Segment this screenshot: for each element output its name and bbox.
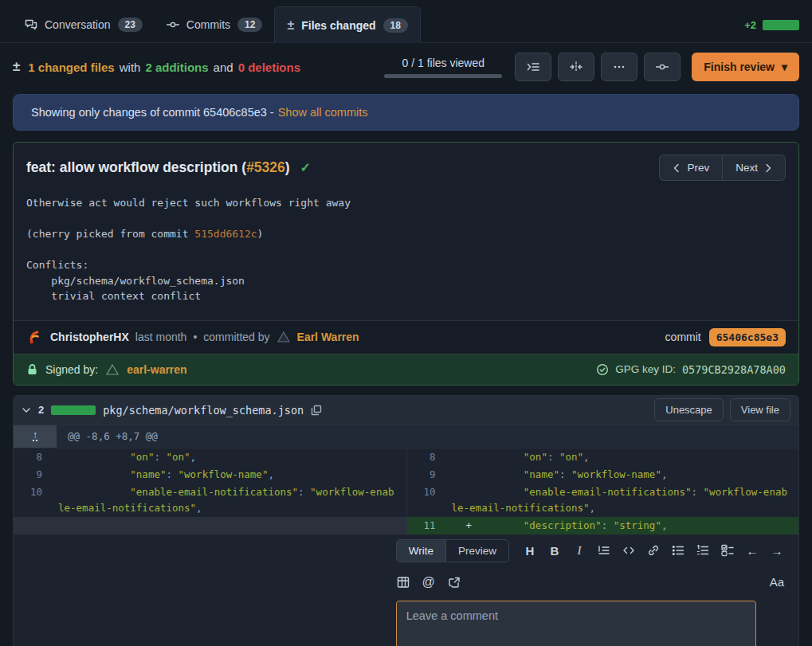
quote-button[interactable] [597, 543, 611, 558]
ordered-list-icon [696, 544, 709, 557]
conflicts-heading: Conflicts: [26, 259, 88, 271]
commit-nav: Prev Next [659, 155, 786, 181]
commit-title-close: ) [285, 159, 290, 175]
split-view-toggle-button[interactable] [558, 53, 594, 81]
editor-tabs: Write Preview [396, 539, 509, 562]
diff-line-number[interactable]: 8 [407, 448, 444, 466]
finish-review-button[interactable]: Finish review ▾ [692, 53, 799, 81]
diff-empty-area [14, 534, 385, 646]
show-all-commits-link[interactable]: Show all commits [278, 106, 368, 119]
hunk-row: ↑ @@ -8,6 +8,7 @@ [14, 425, 798, 448]
inline-comment-form: Write Preview H B I ← → [385, 534, 798, 646]
file-name: pkg/schema/workflow_schema.json [103, 404, 304, 417]
author-name[interactable]: ChristopherHX [50, 331, 129, 343]
diff-code-row: 11+ "description": "string", [407, 517, 799, 534]
more-options-button[interactable] [601, 53, 637, 81]
signer-name[interactable]: earl-warren [127, 363, 186, 376]
diff-line-number[interactable]: 10 [407, 484, 444, 517]
added-line-sign: + [466, 518, 473, 534]
outdent-button[interactable]: ← [745, 543, 759, 558]
code-button[interactable] [622, 543, 636, 558]
commit-sha-badge[interactable]: 65406c85e3 [709, 328, 786, 346]
split-view-icon [570, 61, 583, 73]
next-commit-button[interactable]: Next [722, 155, 786, 181]
cross-reference-icon [448, 576, 461, 589]
comment-textarea[interactable] [396, 601, 756, 646]
file-tree-icon [527, 61, 539, 73]
diff-line-number[interactable]: 11 [407, 517, 444, 534]
link-icon [647, 544, 660, 557]
git-commit-icon [656, 61, 669, 73]
view-file-button[interactable]: View file [730, 398, 790, 421]
signed-row: Signed by: earl-warren GPG key ID: 0579C… [14, 354, 798, 385]
unescape-button[interactable]: Unescape [654, 398, 724, 421]
cross-reference-button[interactable] [447, 575, 461, 589]
table-icon [397, 576, 410, 589]
gpg-key-value: 0579CB2928A78A00 [682, 363, 786, 376]
additions-text: 2 additions [145, 61, 208, 74]
next-label: Next [736, 162, 758, 174]
mention-button[interactable]: @ [422, 575, 436, 589]
diffstat-additions: +2 [744, 19, 756, 31]
write-tab[interactable]: Write [397, 540, 446, 562]
preview-tab[interactable]: Preview [446, 540, 508, 562]
expand-up-icon: ↑ [33, 431, 37, 441]
lock-icon [26, 363, 38, 376]
cherry-pick-sha-link[interactable]: 515dd6612c [194, 228, 257, 240]
author-avatar-image [27, 329, 43, 345]
unordered-list-icon [672, 544, 685, 557]
diff-line-number[interactable]: 9 [407, 466, 444, 484]
tab-conversation-label: Conversation [45, 18, 111, 31]
indent-button[interactable]: → [770, 543, 784, 558]
author-avatar[interactable] [26, 328, 44, 346]
diff-split-view: 8 "on": "on",9 "name": "workflow-name",1… [14, 448, 798, 534]
bold-button[interactable]: B [547, 543, 562, 558]
chevron-left-icon [673, 163, 681, 173]
diff-code-row: 10 "enable-email-notifications": "workfl… [14, 484, 406, 517]
tab-conversation[interactable]: Conversation 23 [13, 7, 155, 42]
prev-commit-button[interactable]: Prev [659, 155, 722, 181]
diff-code-cell: "name": "workflow-name", [444, 466, 799, 484]
tab-commits[interactable]: Commits 12 [155, 7, 275, 42]
signer-avatar[interactable] [105, 362, 120, 377]
and-text: and [214, 61, 233, 74]
comment-discussion-icon [25, 18, 37, 31]
diff-code-cell: "enable-email-notifications": "workflow-… [50, 484, 406, 517]
diff-code-row: 8 "on": "on", [407, 448, 799, 466]
task-list-button[interactable] [720, 543, 735, 558]
caret-down-icon: ▾ [782, 61, 787, 73]
file-tree-toggle-button[interactable] [515, 53, 551, 81]
unordered-list-button[interactable] [671, 543, 685, 558]
commit-message-line: Otherwise act would reject such workflow… [26, 197, 351, 209]
link-button[interactable] [646, 543, 661, 558]
hunk-header-text: @@ -8,6 +8,7 @@ [57, 425, 158, 448]
cherry-pick-close: ) [257, 228, 264, 240]
commit-select-button[interactable] [644, 53, 681, 81]
tab-commits-label: Commits [186, 18, 230, 31]
chevron-down-icon[interactable] [22, 405, 31, 415]
kebab-icon [613, 61, 626, 73]
banner-text: Showing only changes of commit 65406c85e… [31, 106, 274, 119]
dot-separator: • [193, 331, 197, 343]
diff-line-number[interactable]: 10 [14, 484, 50, 517]
italic-button[interactable]: I [572, 543, 586, 558]
diff-summary-icon: ± [13, 59, 20, 75]
files-changed-count-badge: 18 [383, 18, 408, 33]
issue-link[interactable]: #5326 [246, 159, 285, 175]
git-commit-icon [167, 18, 179, 31]
committer-avatar[interactable] [277, 330, 291, 344]
plain-text-toggle[interactable]: Aa [770, 575, 784, 589]
copy-icon[interactable] [311, 405, 322, 416]
committed-by-label: committed by [203, 331, 269, 343]
diff-code-cell: "name": "workflow-name", [50, 466, 406, 484]
committer-name[interactable]: Earl Warren [297, 331, 359, 343]
heading-button[interactable]: H [523, 543, 537, 558]
diff-line-number[interactable]: 8 [14, 448, 50, 466]
expand-hunk-button[interactable]: ↑ [14, 425, 57, 448]
prev-label: Prev [687, 162, 709, 174]
table-button[interactable] [396, 575, 410, 589]
ordered-list-button[interactable] [696, 543, 710, 558]
files-toolbar: ± 1 changed files with 2 additions and 0… [0, 43, 812, 92]
tab-files-changed[interactable]: ± Files changed 18 [274, 6, 421, 43]
diff-line-number[interactable]: 9 [14, 466, 50, 484]
